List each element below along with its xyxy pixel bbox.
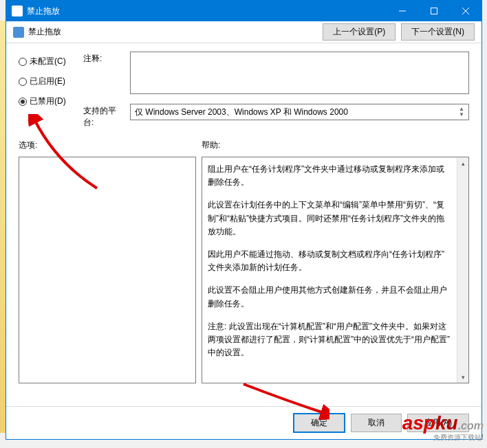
radio-label: 未配置(C)	[30, 56, 66, 67]
radio-enabled[interactable]: 已启用(E)	[19, 76, 74, 87]
policy-dialog-window: 禁止拖放 禁止拖放 上一个设置(P) 下一个设置(N) 未配置(C) 已启用(E…	[6, 0, 482, 440]
next-setting-button[interactable]: 下一个设置(N)	[401, 23, 475, 41]
platform-text: 仅 Windows Server 2003、Windows XP 和 Windo…	[135, 107, 348, 118]
scroll-up-icon[interactable]: ▴	[457, 157, 469, 169]
window-title: 禁止拖放	[27, 5, 387, 17]
radio-disabled[interactable]: 已禁用(D)	[19, 96, 74, 107]
platform-field: 仅 Windows Server 2003、Windows XP 和 Windo…	[130, 104, 469, 120]
help-panel: 阻止用户在“任务计划程序”文件夹中通过移动或复制程序来添加或删除任务。 此设置在…	[202, 157, 469, 383]
subheader: 禁止拖放 上一个设置(P) 下一个设置(N)	[6, 21, 481, 43]
dialog-buttons: 确定 取消 应用(A)	[6, 406, 481, 439]
help-paragraph: 阻止用户在“任务计划程序”文件夹中通过移动或复制程序来添加或删除任务。	[208, 163, 451, 189]
ok-button[interactable]: 确定	[293, 413, 345, 433]
options-label: 选项:	[19, 139, 196, 151]
scrollbar[interactable]: ▴ ▾	[457, 157, 468, 383]
help-paragraph: 此设置在计划任务中的上下文菜单和“编辑”菜单中禁用“剪切”、“复制”和“粘贴”快…	[208, 199, 451, 238]
help-paragraph: 因此用户不能通过拖动、移动或复制文档或程序向“任务计划程序”文件夹添加新的计划任…	[208, 248, 451, 274]
spinner-arrows[interactable]: ▲▼	[459, 107, 464, 117]
apply-button[interactable]: 应用(A)	[407, 414, 469, 432]
radio-icon	[19, 78, 27, 86]
prev-setting-button[interactable]: 上一个设置(P)	[323, 23, 396, 41]
radio-icon	[19, 98, 27, 106]
options-panel	[19, 157, 196, 383]
comment-textarea[interactable]	[130, 52, 469, 94]
cancel-button[interactable]: 取消	[351, 414, 402, 432]
help-label: 帮助:	[202, 139, 220, 151]
radio-icon	[19, 58, 27, 66]
help-paragraph: 注意: 此设置出现在“计算机配置”和“用户配置”文件夹中。如果对这两项设置都进行…	[208, 320, 451, 360]
minimize-button[interactable]	[387, 1, 418, 21]
radio-not-configured[interactable]: 未配置(C)	[19, 56, 74, 67]
help-paragraph: 此设置不会阻止用户使用其他方式创建新任务，并且不会阻止用户删除任务。	[208, 284, 451, 310]
close-button[interactable]	[450, 1, 481, 21]
titlebar: 禁止拖放	[6, 1, 481, 21]
app-icon	[12, 5, 23, 16]
state-radio-group: 未配置(C) 已启用(E) 已禁用(D)	[19, 52, 74, 128]
radio-label: 已启用(E)	[30, 76, 65, 87]
platform-label: 支持的平台:	[83, 104, 123, 128]
scroll-down-icon[interactable]: ▾	[457, 371, 469, 383]
comment-label: 注释:	[83, 52, 123, 94]
svg-rect-1	[431, 8, 437, 14]
radio-label: 已禁用(D)	[30, 96, 66, 107]
subheader-title: 禁止拖放	[28, 26, 61, 38]
policy-icon	[13, 27, 24, 38]
maximize-button[interactable]	[418, 1, 450, 21]
